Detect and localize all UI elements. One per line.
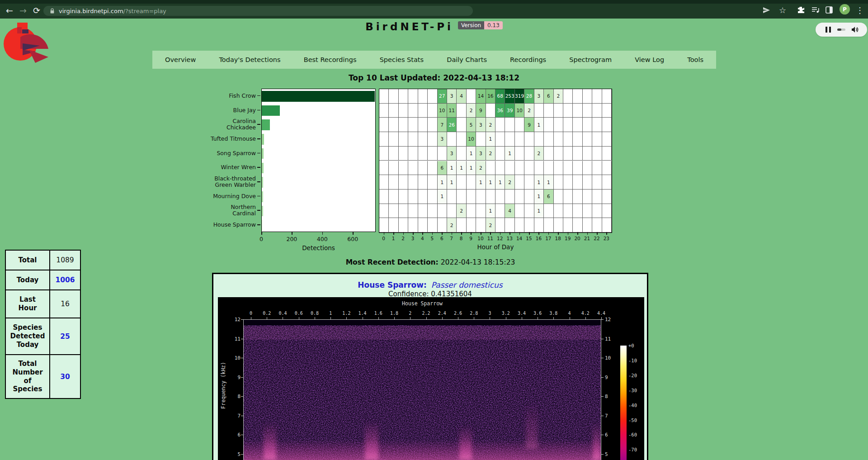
hour-tick xyxy=(432,232,433,235)
heatmap-cell: 2 xyxy=(524,104,534,118)
spec-freq-label-left: 8 xyxy=(231,394,241,399)
browser-forward-button[interactable]: → xyxy=(17,5,29,16)
heatmap-cell xyxy=(467,175,476,190)
stats-row: Today1006 xyxy=(5,270,80,290)
heatmap-cell xyxy=(457,132,466,147)
playlist-icon[interactable] xyxy=(810,5,821,15)
detections-bar xyxy=(262,148,264,159)
heatmap-cell xyxy=(515,147,524,161)
heatmap-cell xyxy=(573,104,582,118)
spec-time-tick xyxy=(522,317,522,319)
stats-label: Total xyxy=(5,250,50,270)
stats-value-link[interactable]: 1006 xyxy=(50,270,80,290)
bookmark-star-icon[interactable]: ☆ xyxy=(777,5,788,15)
heatmap-cell: 10 xyxy=(467,132,476,147)
bar-x-tick-label: 600 xyxy=(344,236,362,242)
browser-reload-button[interactable]: ⟳ xyxy=(31,5,42,16)
heatmap-xaxis-label: Hour of Day xyxy=(464,243,527,251)
heatmap-cell xyxy=(486,190,495,204)
nav-item-species-stats[interactable]: Species Stats xyxy=(380,56,424,63)
send-icon[interactable] xyxy=(761,5,772,15)
heatmap-cell xyxy=(554,218,563,232)
profile-avatar[interactable]: P xyxy=(840,4,850,14)
nav-item-today-s-detections[interactable]: Today's Detections xyxy=(219,56,280,63)
most-recent-detection: Most Recent Detection: 2022-04-13 18:15:… xyxy=(204,258,656,266)
heatmap-cell xyxy=(592,161,602,175)
species-label: CarolinaChickadee xyxy=(208,118,256,131)
heatmap-cell xyxy=(554,204,563,218)
hour-tick-label: 22 xyxy=(592,236,601,241)
heatmap-cell xyxy=(563,132,573,147)
heatmap-cell xyxy=(602,175,612,190)
spec-time-label: 2.2 xyxy=(419,311,434,316)
page-title: BirdNET-Pi xyxy=(365,21,453,33)
heatmap-cell xyxy=(418,118,428,132)
spec-freq-tick xyxy=(601,435,604,435)
heatmap-cell xyxy=(408,161,418,175)
heatmap-cell xyxy=(467,218,476,232)
hour-tick xyxy=(442,232,443,235)
heatmap-cell xyxy=(438,147,447,161)
bar-x-tick-label: 200 xyxy=(283,236,301,242)
heatmap-cell xyxy=(524,175,534,190)
stats-value-link[interactable]: 25 xyxy=(50,318,80,355)
nav-item-spectrogram[interactable]: Spectrogram xyxy=(569,56,612,63)
heatmap-cell xyxy=(467,190,476,204)
address-bar[interactable]: virginia.birdnetpi.com/?stream=play xyxy=(43,6,473,16)
heatmap-cell xyxy=(418,132,428,147)
nav-item-best-recordings[interactable]: Best Recordings xyxy=(304,56,357,63)
detection-common-name[interactable]: House Sparrow: xyxy=(358,280,426,289)
heatmap-cell: 4 xyxy=(457,89,466,104)
species-label: Black-throatedGreen Warbler xyxy=(208,175,256,188)
hour-tick xyxy=(509,232,510,235)
heatmap-cell xyxy=(583,118,592,132)
spec-time-tick xyxy=(251,317,251,319)
species-label: Winter Wren xyxy=(208,164,256,171)
version-label: Version xyxy=(458,21,484,29)
heatmap-cell xyxy=(399,104,408,118)
heatmap-cell xyxy=(592,118,602,132)
detections-bar xyxy=(262,134,264,145)
heatmap-cell xyxy=(573,118,582,132)
nav-item-overview[interactable]: Overview xyxy=(165,56,196,63)
heatmap-cell xyxy=(592,132,602,147)
spec-time-label: 0.6 xyxy=(291,311,307,316)
browser-back-button[interactable]: ← xyxy=(4,5,15,16)
heatmap-cell: 3 xyxy=(447,89,457,104)
spec-freq-label-right: 5 xyxy=(605,451,608,457)
heatmap-cell xyxy=(408,132,418,147)
heatmap-cell xyxy=(563,190,573,204)
spec-time-label: 3.8 xyxy=(546,311,561,316)
heatmap-cell xyxy=(583,132,592,147)
side-panel-icon[interactable] xyxy=(824,5,835,15)
nav-item-recordings[interactable]: Recordings xyxy=(510,56,546,63)
spec-time-tick xyxy=(267,317,267,319)
heatmap-cell xyxy=(476,204,486,218)
hour-tick xyxy=(422,232,423,235)
nav-item-tools[interactable]: Tools xyxy=(687,56,703,63)
detections-bar-plot xyxy=(261,89,376,232)
hour-tick xyxy=(490,232,491,235)
nav-item-daily-charts[interactable]: Daily Charts xyxy=(447,56,487,63)
heatmap-cell xyxy=(418,190,428,204)
hour-tick-label: 15 xyxy=(524,236,533,241)
heatmap-cell xyxy=(602,161,612,175)
heatmap-cell xyxy=(399,190,408,204)
heatmap-cell xyxy=(563,147,573,161)
version-badge: Version 0.13 xyxy=(458,21,503,29)
heatmap-cell xyxy=(379,204,389,218)
spec-freq-tick xyxy=(601,339,604,339)
browser-menu-icon[interactable]: ⋮ xyxy=(854,5,865,15)
heatmap-cell xyxy=(515,118,524,132)
hour-tick xyxy=(568,232,569,235)
heatmap-cell: 1 xyxy=(447,161,457,175)
heatmap-cell xyxy=(602,218,612,232)
nav-item-view-log[interactable]: View Log xyxy=(635,56,664,63)
heatmap-cell xyxy=(408,175,418,190)
colorbar-tick-label: +0 xyxy=(628,343,634,348)
hour-tick-label: 4 xyxy=(418,236,427,241)
y-tick xyxy=(257,196,260,197)
stats-value-link[interactable]: 30 xyxy=(50,355,80,398)
extensions-puzzle-icon[interactable] xyxy=(796,5,807,15)
y-tick xyxy=(257,138,260,139)
